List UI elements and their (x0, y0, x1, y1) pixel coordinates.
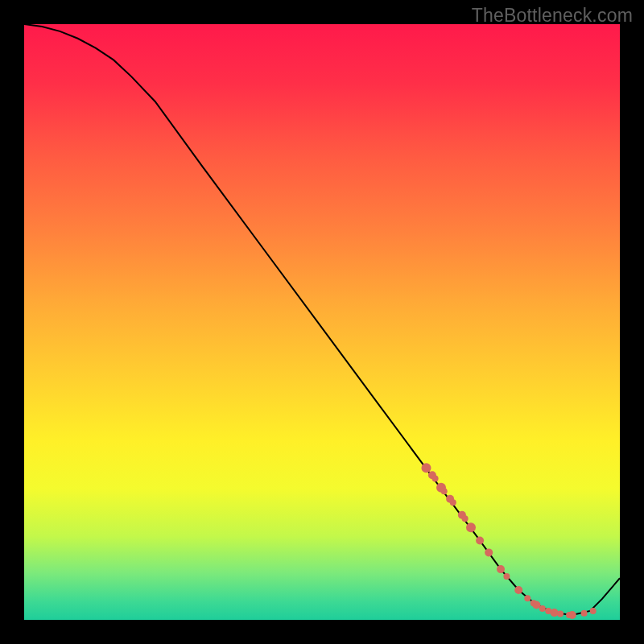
data-point (462, 515, 469, 522)
data-point (497, 565, 505, 573)
data-point (503, 573, 510, 580)
data-point (450, 499, 456, 506)
data-point (539, 605, 546, 612)
data-point (466, 522, 476, 532)
data-point (485, 548, 493, 556)
data-point (590, 608, 597, 614)
data-point (514, 586, 522, 594)
data-point (422, 463, 431, 473)
chart-frame: TheBottleneck.com (0, 0, 644, 644)
data-point (476, 537, 484, 545)
data-point (557, 611, 564, 617)
data-point (532, 601, 540, 609)
data-point (551, 609, 559, 617)
data-point (568, 611, 576, 619)
data-point (524, 595, 530, 601)
data-point (432, 476, 439, 482)
watermark-label: TheBottleneck.com (472, 5, 633, 27)
chart-background (24, 24, 620, 620)
data-point (441, 488, 448, 494)
bottleneck-chart (24, 24, 620, 620)
data-point (581, 610, 588, 617)
